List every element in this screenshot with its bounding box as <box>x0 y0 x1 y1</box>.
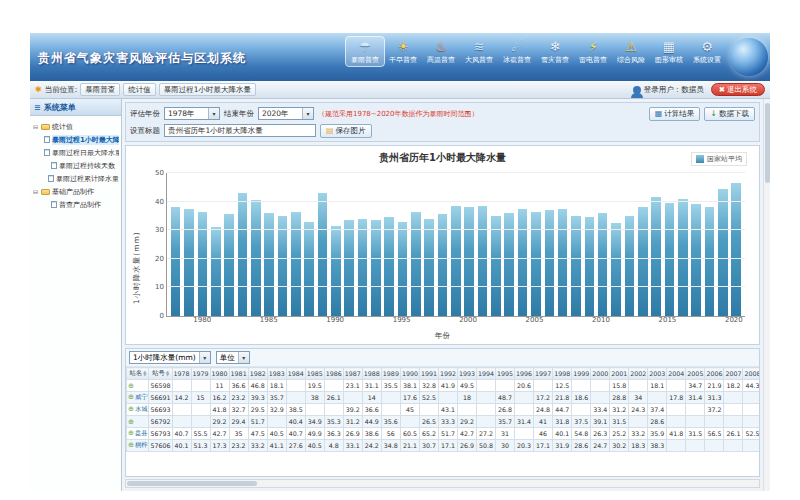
download-data-button[interactable]: ↓ 数据下载 <box>704 107 755 121</box>
bar-year-1992[interactable] <box>356 173 369 316</box>
header-year-2006[interactable]: 2006 <box>705 368 724 380</box>
vertical-scrollbar[interactable] <box>763 99 770 491</box>
header-year-1984[interactable]: 1984 <box>286 368 305 380</box>
header-year-1987[interactable]: 1987 <box>343 368 362 380</box>
bar-year-2014[interactable] <box>649 173 662 316</box>
expand-row-icon[interactable]: ⊕ <box>128 418 134 426</box>
bar-year-2008[interactable] <box>569 173 582 316</box>
breadcrumb-tab-2[interactable]: 暴雨过程1小时最大降水量 <box>159 83 256 96</box>
start-year-select[interactable]: 1978年 ▾ <box>164 107 220 120</box>
header-year-1986[interactable]: 1986 <box>324 368 343 380</box>
bar-year-1980[interactable] <box>196 173 209 316</box>
bar-year-1978[interactable] <box>169 173 182 316</box>
header-year-1993[interactable]: 1993 <box>457 368 476 380</box>
tree-item-4[interactable]: 暴雨过程累计降水量 <box>32 172 119 185</box>
header-year-1981[interactable]: 1981 <box>229 368 248 380</box>
bar-year-2006[interactable] <box>543 173 556 316</box>
horizontal-scrollbar-thumb[interactable] <box>127 481 257 486</box>
bar-year-2013[interactable] <box>636 173 649 316</box>
header-year-1992[interactable]: 1992 <box>438 368 457 380</box>
chart-legend[interactable]: 国家站平均 <box>691 152 747 166</box>
header-year-1985[interactable]: 1985 <box>305 368 324 380</box>
horizontal-scrollbar[interactable] <box>125 479 760 488</box>
bar-year-1999[interactable] <box>449 173 462 316</box>
table-row[interactable]: ⊕水城5669341.832.729.532.938.539.236.64543… <box>127 404 760 416</box>
breadcrumb-tab-1[interactable]: 统计值 <box>123 83 156 96</box>
bar-year-1997[interactable] <box>423 173 436 316</box>
table-row[interactable]: ⊕威宁5669114.21516.223.239.335.73826.11417… <box>127 392 760 404</box>
expand-row-icon[interactable]: ⊕ <box>128 393 134 401</box>
nav-item-lightning[interactable]: ⚡雷电普查 <box>574 37 612 66</box>
tree-item-6[interactable]: 普查产品制作 <box>32 198 119 211</box>
table-row[interactable]: ⊕桐梓5760640.151.317.323.233.241.127.640.5… <box>127 440 760 452</box>
tree-item-5[interactable]: ⊟基础产品制作 <box>32 185 119 198</box>
nav-item-risk[interactable]: ⚠综合风险 <box>612 37 650 66</box>
header-year-1988[interactable]: 1988 <box>362 368 381 380</box>
nav-item-drought[interactable]: ☀干旱普查 <box>384 37 422 66</box>
nav-item-settings[interactable]: ⚙系统设置 <box>688 37 726 66</box>
metric-select[interactable]: 1小时降水量(mm) ▾ <box>129 351 211 364</box>
header-year-2005[interactable]: 2005 <box>686 368 705 380</box>
bar-year-1994[interactable] <box>383 173 396 316</box>
header-year-1999[interactable]: 1999 <box>572 368 591 380</box>
header-year-1982[interactable]: 1982 <box>248 368 267 380</box>
bar-year-2015[interactable] <box>663 173 676 316</box>
header-year-2007[interactable]: 2007 <box>724 368 743 380</box>
bar-year-2004[interactable] <box>516 173 529 316</box>
bar-year-2019[interactable] <box>716 173 729 316</box>
bar-year-1979[interactable] <box>182 173 195 316</box>
bar-year-2017[interactable] <box>689 173 702 316</box>
header-year-1998[interactable]: 1998 <box>553 368 572 380</box>
header-station-id[interactable]: 站号▲▼ <box>149 368 172 380</box>
bar-year-2003[interactable] <box>503 173 516 316</box>
bar-year-2000[interactable] <box>463 173 476 316</box>
tree-item-3[interactable]: 暴雨过程持续天数 <box>32 159 119 172</box>
vertical-scrollbar-thumb[interactable] <box>765 103 770 183</box>
expand-row-icon[interactable]: ⊕ <box>128 441 134 449</box>
bar-year-2012[interactable] <box>623 173 636 316</box>
breadcrumb-tab-0[interactable]: 暴雨普查 <box>80 83 120 96</box>
header-station-name[interactable]: 站名▲▼ <box>127 368 149 380</box>
logout-button[interactable]: ✖ 退出系统 <box>711 83 765 96</box>
bar-year-2001[interactable] <box>476 173 489 316</box>
bar-year-1990[interactable] <box>329 173 342 316</box>
tree-item-2[interactable]: 暴雨过程日最大降水量 <box>32 146 119 159</box>
header-year-2004[interactable]: 2004 <box>667 368 686 380</box>
expand-row-icon[interactable]: ⊕ <box>128 405 134 413</box>
header-year-1990[interactable]: 1990 <box>400 368 419 380</box>
bar-year-1984[interactable] <box>249 173 262 316</box>
header-year-1979[interactable]: 1979 <box>191 368 210 380</box>
bar-year-1987[interactable] <box>289 173 302 316</box>
unit-select[interactable]: 单位 ▾ <box>216 351 250 364</box>
bar-year-1995[interactable] <box>396 173 409 316</box>
bar-year-2020[interactable] <box>729 173 742 316</box>
table-row[interactable]: ⊕565981136.646.818.119.523.131.135.538.1… <box>127 380 760 392</box>
bar-year-1983[interactable] <box>236 173 249 316</box>
bar-year-2018[interactable] <box>703 173 716 316</box>
collapse-icon[interactable]: ⊟ <box>32 123 39 130</box>
header-year-2002[interactable]: 2002 <box>629 368 648 380</box>
header-year-1991[interactable]: 1991 <box>419 368 438 380</box>
tree-item-1[interactable]: 暴雨过程1小时最大降水量 <box>32 133 119 146</box>
header-year-1997[interactable]: 1997 <box>534 368 553 380</box>
expand-row-icon[interactable]: ⊕ <box>128 382 134 390</box>
table-row[interactable]: ⊕5679229.229.451.740.434.935.331.244.935… <box>127 416 760 428</box>
end-year-select[interactable]: 2020年 ▾ <box>258 107 314 120</box>
bar-year-2011[interactable] <box>609 173 622 316</box>
collapse-icon[interactable]: ⊟ <box>32 188 39 195</box>
nav-item-snow[interactable]: ❄雪灾普查 <box>536 37 574 66</box>
bar-year-1981[interactable] <box>209 173 222 316</box>
tree-item-0[interactable]: ⊟统计值 <box>32 120 119 133</box>
bar-year-1993[interactable] <box>369 173 382 316</box>
bar-year-1991[interactable] <box>342 173 355 316</box>
header-year-1980[interactable]: 1980 <box>210 368 229 380</box>
chart-title-input[interactable] <box>164 124 316 137</box>
save-image-button[interactable]: ▤ 保存图片 <box>320 124 372 138</box>
bar-year-1998[interactable] <box>436 173 449 316</box>
nav-item-review[interactable]: ▦图形审核 <box>650 37 688 66</box>
bar-year-2010[interactable] <box>596 173 609 316</box>
header-year-2001[interactable]: 2001 <box>610 368 629 380</box>
table-row[interactable]: ⊕盘县5679340.755.542.73547.540.540.749.936… <box>127 428 760 440</box>
bar-year-1996[interactable] <box>409 173 422 316</box>
header-year-2000[interactable]: 2000 <box>591 368 610 380</box>
